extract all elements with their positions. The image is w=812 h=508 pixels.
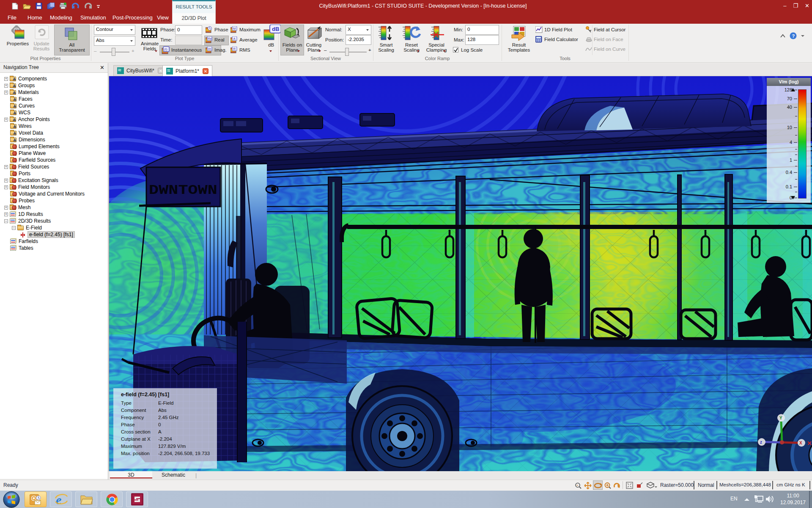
- svg-text:X: X: [799, 441, 802, 445]
- svg-text:✕: ✕: [807, 440, 812, 447]
- svg-text:DWNTOWN: DWNTOWN: [149, 182, 217, 198]
- svg-text:z: z: [760, 440, 762, 444]
- svg-text:Y: Y: [779, 416, 782, 420]
- svg-text:dB: dB: [272, 26, 279, 32]
- svg-text:Re: Re: [208, 37, 212, 40]
- svg-text:?: ?: [792, 33, 795, 39]
- svg-text:(t): (t): [164, 47, 167, 51]
- svg-text:Im: Im: [208, 47, 211, 50]
- svg-text:R: R: [233, 47, 236, 51]
- svg-text:A: A: [233, 37, 236, 41]
- svg-text:M: M: [233, 27, 236, 30]
- svg-text:+: +: [576, 483, 579, 487]
